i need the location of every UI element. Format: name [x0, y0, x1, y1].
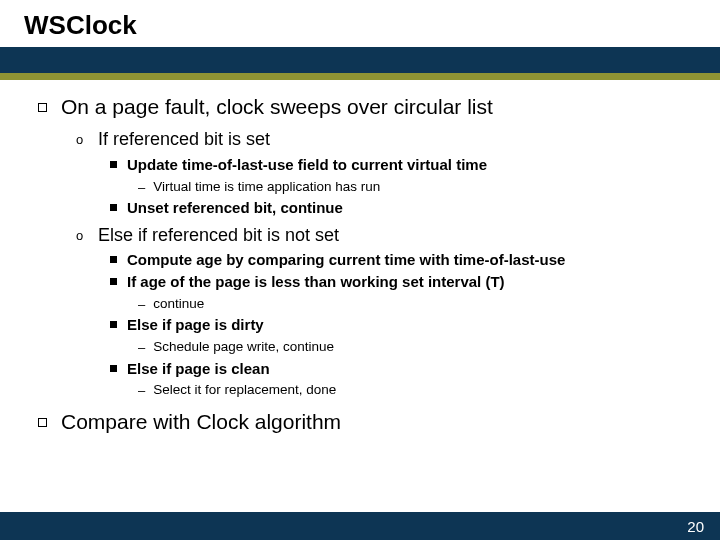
list-item: Compute age by comparing current time wi…	[110, 251, 694, 270]
list-item: If age of the page is less than working …	[110, 273, 694, 312]
square-filled-bullet-icon	[110, 321, 117, 328]
bullet-text: Else if referenced bit is not set	[98, 224, 339, 247]
bullet-text: Else if page is clean	[127, 360, 270, 379]
dash-bullet-icon: –	[138, 384, 145, 397]
bullet-list: – Select it for replacement, done	[138, 381, 694, 399]
bullet-text: continue	[153, 295, 204, 313]
bullet-text: Update time-of-last-use field to current…	[127, 156, 487, 175]
bullet-text: Compare with Clock algorithm	[61, 409, 341, 435]
square-filled-bullet-icon	[110, 365, 117, 372]
list-item: Compare with Clock algorithm	[38, 409, 694, 435]
bullet-text: Else if page is dirty	[127, 316, 264, 335]
bullet-list: On a page fault, clock sweeps over circu…	[38, 94, 694, 435]
list-item: Update time-of-last-use field to current…	[110, 156, 694, 195]
bullet-list: Update time-of-last-use field to current…	[110, 156, 694, 218]
list-item: – continue	[138, 295, 694, 313]
bullet-text: Virtual time is time application has run	[153, 178, 380, 196]
dash-bullet-icon: –	[138, 298, 145, 311]
bullet-text: Schedule page write, continue	[153, 338, 334, 356]
bullet-list: – Schedule page write, continue	[138, 338, 694, 356]
bullet-list: Compute age by comparing current time wi…	[110, 251, 694, 399]
square-filled-bullet-icon	[110, 204, 117, 211]
slide-title: WSClock	[24, 10, 720, 41]
bullet-text: Unset referenced bit, continue	[127, 199, 343, 218]
dash-bullet-icon: –	[138, 341, 145, 354]
list-item: On a page fault, clock sweeps over circu…	[38, 94, 694, 399]
bullet-text: On a page fault, clock sweeps over circu…	[61, 94, 493, 120]
list-item: Else if page is clean – Select it for re…	[110, 360, 694, 399]
square-filled-bullet-icon	[110, 256, 117, 263]
list-item: – Virtual time is time application has r…	[138, 178, 694, 196]
list-item: – Schedule page write, continue	[138, 338, 694, 356]
square-filled-bullet-icon	[110, 161, 117, 168]
square-bullet-icon	[38, 418, 47, 427]
title-bar-olive	[0, 73, 720, 80]
page-number: 20	[687, 518, 704, 535]
square-filled-bullet-icon	[110, 278, 117, 285]
title-block: WSClock	[0, 0, 720, 41]
list-item: – Select it for replacement, done	[138, 381, 694, 399]
slide: WSClock On a page fault, clock sweeps ov…	[0, 0, 720, 540]
content-area: On a page fault, clock sweeps over circu…	[0, 80, 720, 435]
circle-bullet-icon: o	[76, 133, 86, 146]
bullet-text: If referenced bit is set	[98, 128, 270, 151]
bullet-text: Select it for replacement, done	[153, 381, 336, 399]
list-item: o Else if referenced bit is not set Comp…	[76, 224, 694, 399]
circle-bullet-icon: o	[76, 229, 86, 242]
square-bullet-icon	[38, 103, 47, 112]
bullet-text: If age of the page is less than working …	[127, 273, 505, 292]
bullet-list: – continue	[138, 295, 694, 313]
list-item: Unset referenced bit, continue	[110, 199, 694, 218]
dash-bullet-icon: –	[138, 181, 145, 194]
bullet-list: – Virtual time is time application has r…	[138, 178, 694, 196]
bullet-text: Compute age by comparing current time wi…	[127, 251, 565, 270]
list-item: o If referenced bit is set Update time-o…	[76, 128, 694, 218]
title-bar-dark	[0, 47, 720, 73]
bullet-list: o If referenced bit is set Update time-o…	[76, 128, 694, 399]
footer-bar: 20	[0, 512, 720, 540]
list-item: Else if page is dirty – Schedule page wr…	[110, 316, 694, 355]
